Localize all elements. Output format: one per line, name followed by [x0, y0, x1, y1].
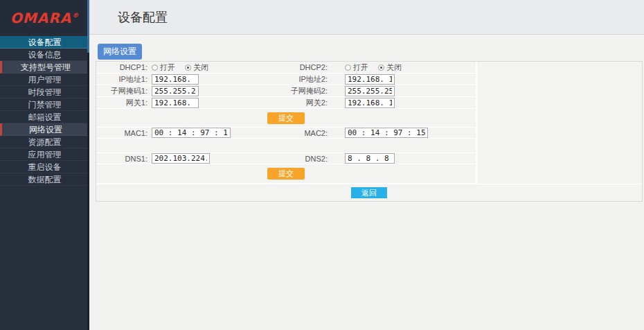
- mac1-label: MAC1:: [96, 129, 152, 137]
- mask2-input[interactable]: [345, 86, 395, 96]
- dhcp1-off-label: 关闭: [193, 62, 208, 73]
- sidebar-item-timeslot-management[interactable]: 时段管理: [0, 86, 89, 98]
- mask1-label: 子网掩码1:: [96, 86, 152, 96]
- dhcp-row: DHCP1: 打开 关闭 DHCP2: 打开 关闭: [96, 62, 476, 73]
- sidebar-item-device-config[interactable]: 设备配置: [0, 36, 89, 49]
- radio-unchecked-icon[interactable]: [345, 64, 351, 71]
- sidebar-menu: 设备配置 设备信息 支持型号管理 用户管理 时段管理 门禁管理 邮箱设置 网络设…: [0, 36, 89, 186]
- ip1-input[interactable]: [152, 74, 199, 85]
- mac2-input[interactable]: [345, 128, 428, 138]
- mac-row: MAC1: MAC2:: [96, 128, 476, 138]
- sidebar: OMARA® 设备配置 设备信息 支持型号管理 用户管理 时段管理 门禁管理 邮…: [0, 0, 89, 330]
- spacer-row: [96, 139, 476, 153]
- dhcp1-radio-group: 打开 关闭: [152, 62, 208, 73]
- dhcp1-on-label: 打开: [160, 62, 175, 73]
- gateway2-label: 网关2:: [283, 98, 332, 108]
- radio-checked-icon[interactable]: [378, 64, 384, 71]
- dhcp1-off-option[interactable]: 关闭: [185, 62, 208, 73]
- back-row: 返回: [96, 184, 642, 201]
- dhcp1-on-option[interactable]: 打开: [152, 62, 175, 73]
- dhcp2-off-label: 关闭: [386, 62, 402, 73]
- dhcp2-off-option[interactable]: 关闭: [378, 62, 402, 73]
- radio-unchecked-icon[interactable]: [152, 64, 158, 71]
- ip2-label: IP地址2:: [283, 74, 332, 85]
- sidebar-item-device-info[interactable]: 设备信息: [0, 49, 89, 61]
- submit-network-button[interactable]: 提交: [267, 112, 305, 124]
- gateway1-label: 网关1:: [96, 98, 152, 108]
- scrollbar-thumb[interactable]: [87, 0, 89, 53]
- logo-text: OMARA®: [10, 10, 79, 26]
- sidebar-item-user-management[interactable]: 用户管理: [0, 73, 89, 86]
- sidebar-item-data-config[interactable]: 数据配置: [0, 173, 89, 186]
- submit-row-2: 提交: [96, 164, 476, 183]
- ip2-input[interactable]: [345, 74, 395, 85]
- sidebar-item-app-management[interactable]: 应用管理: [0, 148, 89, 161]
- sidebar-item-restart-device[interactable]: 重启设备: [0, 161, 89, 173]
- sidebar-item-access-management[interactable]: 门禁管理: [0, 98, 89, 111]
- page-header: 设备配置: [89, 0, 644, 35]
- dns-row: DNS1: DNS2:: [96, 153, 476, 164]
- sidebar-item-resource-config[interactable]: 资源配置: [0, 136, 89, 148]
- page-title: 设备配置: [118, 0, 644, 35]
- dns1-label: DNS1:: [96, 155, 152, 163]
- subnet-mask-row: 子网掩码1: 子网掩码2:: [96, 85, 476, 96]
- gateway1-input[interactable]: [152, 98, 199, 108]
- dns1-input[interactable]: [152, 153, 210, 164]
- dhcp2-on-option[interactable]: 打开: [345, 62, 368, 73]
- gateway-row: 网关1: 网关2:: [96, 97, 476, 108]
- sidebar-item-model-management[interactable]: 支持型号管理: [0, 61, 89, 73]
- sidebar-item-network-settings[interactable]: 网络设置: [0, 123, 89, 136]
- ip1-label: IP地址1:: [96, 74, 152, 85]
- dns2-input[interactable]: [345, 153, 395, 164]
- mac2-label: MAC2:: [283, 129, 332, 137]
- registered-trademark-icon: ®: [72, 12, 79, 19]
- mac1-input[interactable]: [152, 128, 231, 138]
- mask1-input[interactable]: [152, 86, 199, 96]
- logo: OMARA®: [0, 0, 89, 36]
- tab-network-settings[interactable]: 网络设置: [98, 44, 142, 60]
- dhcp2-label: DHCP2:: [283, 63, 332, 71]
- empty-column: [476, 62, 642, 184]
- radio-checked-icon[interactable]: [185, 64, 191, 71]
- dhcp2-radio-group: 打开 关闭: [345, 62, 402, 73]
- dhcp2-on-label: 打开: [353, 62, 368, 73]
- network-settings-form: DHCP1: 打开 关闭 DHCP2: 打开 关闭: [96, 61, 643, 202]
- sidebar-item-mailbox-settings[interactable]: 邮箱设置: [0, 111, 89, 123]
- submit-row-1: 提交: [96, 109, 476, 127]
- main-content: 网络设置 DHCP1: 打开 关闭 DHCP2: 打开: [89, 35, 644, 330]
- dns2-label: DNS2:: [283, 155, 332, 163]
- ip-row: IP地址1: IP地址2:: [96, 73, 476, 85]
- mask2-label: 子网掩码2:: [283, 86, 332, 96]
- dhcp1-label: DHCP1:: [96, 63, 152, 71]
- sidebar-scrollbar[interactable]: [87, 0, 89, 330]
- back-button[interactable]: 返回: [351, 187, 387, 198]
- gateway2-input[interactable]: [345, 98, 395, 108]
- submit-dns-button[interactable]: 提交: [267, 168, 305, 180]
